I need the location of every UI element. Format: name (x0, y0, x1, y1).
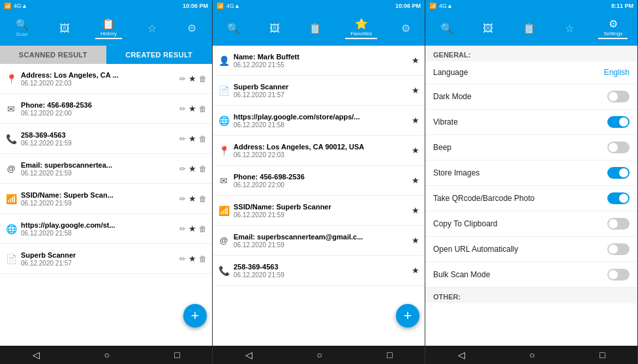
history-icon-3: 📋 (523, 23, 536, 34)
star-icon[interactable]: ★ (189, 254, 196, 264)
list-item[interactable]: 👤 Name: Mark Buffett 06.12.2020 21:55 ★ (213, 46, 425, 76)
nav-favorites-1[interactable]: ☆ (142, 22, 162, 35)
top-nav-3: 🔍 🖼 📋 ☆ ⚙ Settings (425, 12, 637, 46)
fab-button-1[interactable]: + (183, 304, 207, 327)
store-images-toggle[interactable] (607, 167, 630, 179)
network-icon-3: 4G▲ (439, 3, 453, 9)
star-icon[interactable]: ★ (189, 74, 196, 83)
nav-favorites-2[interactable]: ⭐ Favorites (345, 18, 377, 39)
edit-icon[interactable]: ✏ (179, 224, 186, 234)
back-button-3[interactable]: ◁ (458, 350, 465, 360)
star-icon[interactable]: ★ (189, 224, 196, 234)
back-button-2[interactable]: ◁ (245, 350, 252, 360)
delete-icon[interactable]: 🗑 (199, 134, 207, 144)
list-item[interactable]: 📄 Superb Scanner 06.12.2020 21:57 ✏ ★ 🗑 (0, 244, 212, 274)
settings-qrphoto-row[interactable]: Take QRcode/Barcode Photo (425, 186, 637, 211)
status-left-1: 📶 4G▲ (4, 3, 27, 9)
vibrate-toggle[interactable] (607, 116, 630, 128)
list-item[interactable]: 📍 Address: Los Angeles, CA 90012, USA 06… (213, 136, 425, 166)
tab-scanned-result[interactable]: SCANNED RESULT (0, 46, 106, 64)
item-date: 06.12.2020 21:59 (234, 211, 408, 219)
item-date: 06.12.2020 22:00 (234, 181, 408, 189)
nav-scan-2[interactable]: 🔍 (222, 22, 245, 35)
star-icon[interactable]: ★ (412, 145, 419, 155)
star-icon[interactable]: ★ (412, 265, 419, 275)
nav-settings-2[interactable]: ⚙ (396, 22, 416, 35)
nav-history-3[interactable]: 📋 (517, 22, 541, 35)
star-icon[interactable]: ★ (412, 115, 419, 125)
list-item[interactable]: 📄 Superb Scanner 06.12.2020 21:57 ★ (213, 76, 425, 106)
settings-darkmode-row[interactable]: Dark Mode (425, 84, 637, 110)
nav-scan-1[interactable]: 🔍 Scan (10, 18, 34, 38)
edit-icon[interactable]: ✏ (179, 164, 186, 174)
nav-scan-image-2[interactable]: 🖼 (264, 22, 285, 35)
star-icon[interactable]: ★ (412, 175, 419, 185)
list-item[interactable]: @ Email: superbscannerteа... 06.12.2020 … (0, 154, 212, 184)
star-icon[interactable]: ★ (412, 85, 419, 95)
delete-icon[interactable]: 🗑 (199, 194, 207, 204)
settings-language-row[interactable]: Language English (425, 61, 637, 84)
list-item[interactable]: ✉ Phone: 456-698-2536 06.12.2020 22:00 ★ (213, 166, 425, 196)
qrphoto-toggle[interactable] (607, 192, 630, 204)
settings-clipboard-row[interactable]: Copy To Clipboard (425, 211, 637, 237)
nav-settings-3[interactable]: ⚙ Settings (598, 18, 628, 39)
settings-beep-row[interactable]: Beep (425, 135, 637, 160)
delete-icon[interactable]: 🗑 (199, 254, 207, 264)
beep-label: Beep (433, 143, 451, 152)
nav-history-2[interactable]: 📋 (303, 22, 327, 35)
openurl-toggle[interactable] (607, 243, 630, 255)
list-item[interactable]: 🌐 https://play.google.com/store/apps/...… (213, 106, 425, 136)
delete-icon[interactable]: 🗑 (199, 224, 207, 234)
beep-toggle[interactable] (607, 142, 630, 153)
darkmode-toggle[interactable] (607, 91, 630, 102)
settings-icon-1: ⚙ (187, 23, 196, 34)
nav-settings-1[interactable]: ⚙ (182, 22, 202, 35)
star-icon[interactable]: ★ (412, 205, 419, 215)
item-content: 258-369-4563 06.12.2020 21:59 (21, 131, 175, 147)
home-button-2[interactable]: ○ (317, 350, 322, 360)
nav-favorites-3[interactable]: ☆ (560, 22, 579, 35)
clipboard-toggle[interactable] (607, 218, 630, 230)
star-icon[interactable]: ★ (189, 134, 196, 144)
settings-store-images-row[interactable]: Store Images (425, 160, 637, 186)
star-icon[interactable]: ★ (412, 235, 419, 245)
list-item[interactable]: 🌐 https://play.google.com/st... 06.12.20… (0, 214, 212, 244)
star-icon[interactable]: ★ (189, 104, 196, 114)
nav-scan-image-3[interactable]: 🖼 (478, 22, 498, 35)
fab-button-2[interactable]: + (396, 304, 419, 327)
star-icon[interactable]: ★ (189, 164, 196, 174)
edit-icon[interactable]: ✏ (179, 254, 186, 264)
delete-icon[interactable]: 🗑 (199, 104, 207, 114)
recents-button-1[interactable]: □ (174, 350, 179, 360)
list-item[interactable]: 📍 Address: Los Angeles, CA ... 06.12.202… (0, 64, 212, 94)
star-icon[interactable]: ★ (189, 194, 196, 204)
list-item[interactable]: 📞 258-369-4563 06.12.2020 21:59 ✏ ★ 🗑 (0, 124, 212, 154)
list-item[interactable]: ✉ Phone: 456-698-2536 06.12.2020 22:00 ✏… (0, 94, 212, 124)
tab-created-result[interactable]: CREATED RESULT (106, 46, 213, 64)
settings-vibrate-row[interactable]: Vibrate (425, 110, 637, 135)
nav-history-1[interactable]: 📋 History (95, 18, 122, 39)
home-button-1[interactable]: ○ (104, 350, 110, 360)
list-item[interactable]: 📶 SSID/Name: Superb Scanner 06.12.2020 2… (213, 196, 425, 226)
delete-icon[interactable]: 🗑 (199, 74, 207, 83)
star-icon[interactable]: ★ (412, 55, 419, 65)
item-actions: ✏ ★ 🗑 (179, 164, 207, 174)
recents-button-2[interactable]: □ (387, 350, 392, 360)
nav-scan-image-1[interactable]: 🖼 (54, 22, 75, 35)
settings-bulkscan-row[interactable]: Bulk Scan Mode (425, 262, 637, 288)
favorites-icon-2: ⭐ (355, 19, 368, 29)
nav-scan-3[interactable]: 🔍 (435, 22, 459, 35)
recents-button-3[interactable]: □ (600, 350, 605, 360)
edit-icon[interactable]: ✏ (179, 134, 186, 144)
home-button-3[interactable]: ○ (530, 350, 535, 360)
bulkscan-toggle[interactable] (607, 269, 630, 281)
delete-icon[interactable]: 🗑 (199, 164, 207, 174)
edit-icon[interactable]: ✏ (179, 74, 186, 83)
list-item[interactable]: 📶 SSID/Name: Superb Scan... 06.12.2020 2… (0, 184, 212, 214)
edit-icon[interactable]: ✏ (179, 104, 186, 114)
back-button-1[interactable]: ◁ (33, 350, 40, 360)
list-item[interactable]: 📞 258-369-4563 06.12.2020 21:59 ★ (213, 256, 425, 286)
edit-icon[interactable]: ✏ (179, 194, 186, 204)
settings-openurl-row[interactable]: Open URL Automatically (425, 237, 637, 262)
list-item[interactable]: @ Email: superbscannerteam@gmail.c... 06… (213, 226, 425, 256)
